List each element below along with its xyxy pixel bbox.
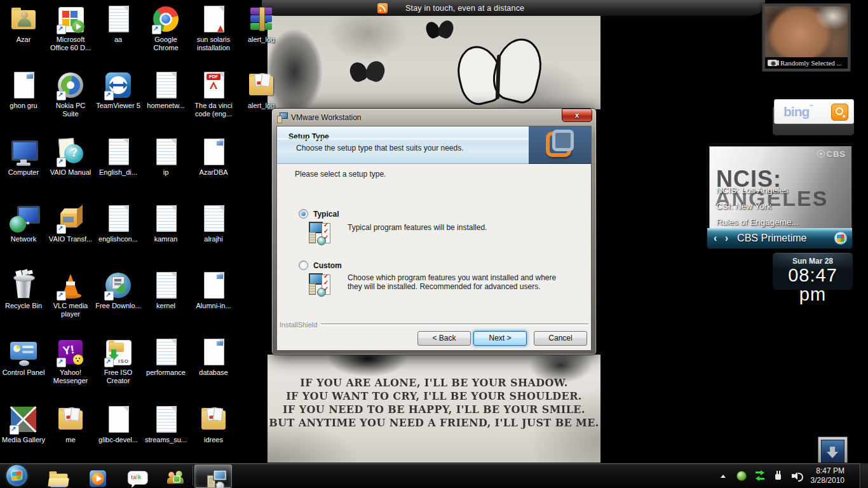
desktop-icon-idrees[interactable]: idrees bbox=[191, 404, 236, 466]
start-button[interactable] bbox=[6, 465, 27, 486]
setup-custom-icon bbox=[309, 273, 332, 296]
notification-banner[interactable]: Stay in touch, even at a distance bbox=[262, 0, 765, 16]
text-icon bbox=[103, 4, 133, 34]
show-desktop-button[interactable] bbox=[860, 463, 868, 488]
custom-option[interactable]: Custom bbox=[299, 261, 342, 270]
desktop-icon-vaio-transf[interactable]: VAIO Transf... bbox=[48, 203, 93, 266]
media-player-button[interactable] bbox=[76, 464, 112, 487]
desktop-icon-label: Free ISO Creator bbox=[95, 369, 141, 385]
desktop-icon-label: Media Gallery bbox=[1, 436, 46, 444]
setup-type-subtitle: Choose the setup type that best suits yo… bbox=[296, 144, 464, 152]
tv-show-item[interactable]: CSI: New York bbox=[716, 198, 799, 214]
desktop-icon-sun-solaris-installation[interactable]: sun solaris installation bbox=[191, 4, 236, 66]
folder-files-icon bbox=[55, 404, 86, 435]
explorer-button[interactable] bbox=[37, 464, 73, 487]
volume-icon[interactable] bbox=[791, 470, 803, 482]
desktop-icon-database[interactable]: database bbox=[191, 337, 236, 399]
typical-option[interactable]: Typical bbox=[299, 209, 339, 219]
desktop-icon-alert-log[interactable]: alert_log bbox=[238, 4, 284, 66]
messenger-button[interactable] bbox=[155, 464, 191, 487]
desktop-icon-vlc-media-player[interactable]: VLC media player bbox=[48, 270, 93, 332]
desktop-icon-label: Google Chrome bbox=[143, 36, 189, 52]
cancel-button[interactable]: Cancel bbox=[534, 331, 587, 346]
close-button[interactable]: x bbox=[562, 109, 592, 122]
desktop-icon-english-di[interactable]: English_di... bbox=[95, 137, 141, 199]
windows-flag-icon[interactable] bbox=[834, 232, 847, 245]
desktop-icon-aa[interactable]: aa bbox=[95, 4, 141, 66]
desktop-icon-free-downlo[interactable]: Free Downlo... bbox=[95, 270, 141, 332]
dialog-content: Setup Type Choose the setup type that be… bbox=[276, 126, 592, 351]
desktop-icon-label: Free Downlo... bbox=[95, 302, 141, 310]
desktop-icon-ip[interactable]: ip bbox=[143, 137, 189, 199]
butterfly-icon bbox=[458, 33, 541, 109]
tray-clock[interactable]: 8:47 PM 3/28/2010 bbox=[811, 466, 844, 485]
desktop-icon-computer[interactable]: Computer bbox=[1, 137, 46, 199]
desktop-icon-kernel[interactable]: kernel bbox=[143, 270, 189, 332]
cbs-tv-gadget[interactable]: CBS NCIS: ANGELES NCIS: Los AngelesCSI: … bbox=[707, 144, 853, 249]
power-plug-icon[interactable] bbox=[773, 470, 784, 482]
shortcut-arrow-icon bbox=[57, 358, 66, 367]
vlc-icon bbox=[55, 270, 86, 301]
desktop-icon-alrajhi[interactable]: alrajhi bbox=[191, 203, 236, 266]
desktop-icon-glibc-devel[interactable]: glibc-devel... bbox=[95, 404, 141, 466]
desktop-icon-label: Recycle Bin bbox=[1, 302, 46, 310]
desktop-icon-network[interactable]: Network bbox=[1, 203, 46, 266]
desktop-icon-azardba[interactable]: AzarDBA bbox=[191, 137, 236, 199]
nokia-icon bbox=[55, 70, 86, 100]
prev-next-arrows[interactable]: ‹ › bbox=[714, 233, 731, 244]
desktop-icon-me[interactable]: me bbox=[48, 404, 93, 466]
desktop-icon-recycle-bin[interactable]: Recycle Bin bbox=[1, 270, 46, 332]
desktop-icon-yahoo-messenger[interactable]: Yahoo! Messenger bbox=[48, 337, 93, 399]
desktop-icon-ghon-gru[interactable]: ghon gru bbox=[1, 70, 46, 132]
desktop-icon-streams-su[interactable]: streams_su... bbox=[143, 404, 189, 466]
desktop-icon-azar[interactable]: Azar bbox=[1, 4, 46, 66]
word-icon bbox=[198, 270, 229, 301]
photo-slideshow-gadget[interactable]: Randomly Selected ... bbox=[762, 3, 851, 72]
desktop-icon-control-panel[interactable]: Control Panel bbox=[1, 337, 46, 399]
desktop-icon-englishcon[interactable]: englishcon... bbox=[95, 203, 141, 266]
desktop-icon-vaio-manual[interactable]: VAIO Manual bbox=[48, 137, 93, 199]
desktop-icon-label: sun solaris installation bbox=[191, 36, 236, 52]
search-icon[interactable] bbox=[831, 104, 848, 121]
desktop-icon-the-da-vinci-code-eng[interactable]: The da vinci code (eng... bbox=[191, 70, 236, 132]
desktop-icon-microsoft-office-60-d[interactable]: Microsoft Office 60 D... bbox=[48, 4, 93, 66]
tv-show-item[interactable]: NCIS: Los Angeles bbox=[716, 182, 799, 198]
desktop-icon-label: VAIO Manual bbox=[48, 168, 93, 177]
desktop-icon-performance[interactable]: performance bbox=[143, 337, 189, 399]
tv-show-item[interactable]: Rules of Engageme... bbox=[716, 214, 799, 229]
google-talk-button[interactable] bbox=[116, 464, 152, 487]
desktop-icon-free-iso-creator[interactable]: Free ISO Creator bbox=[95, 337, 141, 399]
desktop-icon-nokia-pc-suite[interactable]: Nokia PC Suite bbox=[48, 70, 93, 132]
custom-radio[interactable] bbox=[299, 261, 308, 270]
rss-icon bbox=[377, 3, 388, 13]
text-icon bbox=[151, 270, 181, 301]
word-icon bbox=[8, 70, 39, 100]
winrar-icon bbox=[246, 4, 276, 34]
desktop-icon-kamran[interactable]: kamran bbox=[143, 203, 189, 266]
desktop-icon-label: Computer bbox=[1, 168, 46, 177]
text-icon bbox=[151, 70, 181, 100]
green-status-icon[interactable] bbox=[736, 470, 747, 482]
next-button[interactable]: Next > bbox=[473, 331, 527, 346]
back-button[interactable]: < Back bbox=[417, 331, 471, 346]
desktop-icon-label: Yahoo! Messenger bbox=[48, 369, 93, 385]
clock-gadget[interactable]: Sun Mar 28 08:47 pm bbox=[772, 252, 853, 290]
typical-radio[interactable] bbox=[299, 209, 308, 219]
desktop-icon-teamviewer-5[interactable]: TeamViewer 5 bbox=[95, 70, 141, 132]
custom-label: Custom bbox=[313, 261, 342, 270]
tv-show-image: CBS NCIS: ANGELES NCIS: Los AngelesCSI: … bbox=[709, 146, 851, 229]
desktop-icon-google-chrome[interactable]: Google Chrome bbox=[143, 4, 189, 66]
recycle-icon bbox=[8, 270, 39, 301]
taskbar[interactable]: 8:47 PM 3/28/2010 bbox=[0, 463, 868, 488]
desktop-icon-alumni-in[interactable]: Alumni-in... bbox=[191, 270, 236, 332]
desktop-icon-media-gallery[interactable]: Media Gallery bbox=[1, 404, 46, 466]
installer-window-icon bbox=[277, 112, 287, 123]
vmware-installer-window[interactable]: VMware Workstation x Setup Type Choose t… bbox=[271, 108, 597, 355]
dialog-titlebar[interactable]: VMware Workstation bbox=[272, 109, 596, 126]
shortcut-arrow-icon bbox=[57, 224, 66, 234]
bing-search-gadget[interactable]: bing™ bbox=[774, 99, 854, 124]
desktop-icon-homenetw[interactable]: homenetw... bbox=[143, 70, 189, 132]
network-activity-icon[interactable] bbox=[754, 470, 766, 482]
installer-button[interactable] bbox=[194, 464, 232, 488]
hidden-icons-arrow[interactable] bbox=[717, 470, 729, 482]
